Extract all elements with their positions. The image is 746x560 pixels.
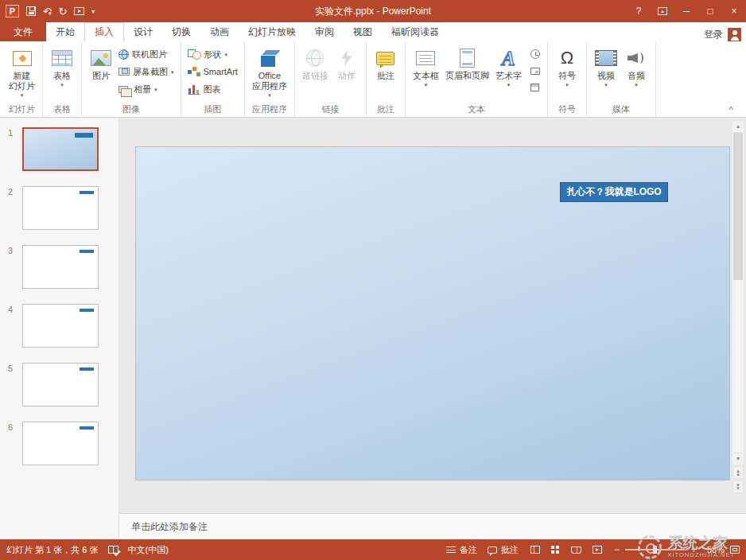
text-box-button[interactable]: 文本框 ▾ <box>410 43 442 103</box>
scroll-up-button[interactable]: ▴ <box>732 121 744 132</box>
scrollbar-thumb[interactable] <box>733 133 743 280</box>
picture-button[interactable]: 图片 <box>86 43 116 103</box>
thumbnail-slide-1[interactable] <box>22 127 99 171</box>
slide-editing-surface[interactable]: 扎心不？我就是LOGO <box>135 146 730 480</box>
hyperlink-label: 超链接 <box>302 71 328 81</box>
tab-view[interactable]: 视图 <box>344 22 382 41</box>
online-pictures-icon <box>119 49 129 60</box>
maximize-button[interactable]: □ <box>698 0 722 22</box>
comments-toggle-button[interactable]: 批注 <box>488 544 519 556</box>
help-button[interactable]: ? <box>627 0 651 22</box>
chart-button[interactable]: 图表 <box>185 82 240 96</box>
thumbnail-slide-4[interactable] <box>22 304 99 348</box>
slide-counter[interactable]: 幻灯片 第 1 张，共 6 张 <box>6 544 99 556</box>
audio-button[interactable]: 音频 ▾ <box>621 43 651 103</box>
sign-in[interactable]: 登录 <box>704 28 746 41</box>
thumbnail-slide-2[interactable] <box>22 186 99 230</box>
notes-toggle-button[interactable]: 备注 <box>446 544 477 556</box>
thumbnail-item[interactable]: 4 <box>0 304 119 348</box>
tab-file[interactable]: 文件 <box>0 22 46 41</box>
previous-slide-button[interactable]: ▴ ▴ <box>732 466 744 479</box>
tab-design[interactable]: 设计 <box>124 22 162 41</box>
zoom-out-button[interactable]: − <box>614 545 620 554</box>
zoom-slider[interactable] <box>625 549 686 550</box>
slide-logo-text-box[interactable]: 扎心不？我就是LOGO <box>560 182 667 202</box>
new-slide-button[interactable]: 新建 幻灯片 ▾ <box>6 43 38 103</box>
video-button[interactable]: 视频 ▾ <box>591 43 621 103</box>
group-label-media: 媒体 <box>591 103 651 117</box>
photo-album-button[interactable]: 相册 ▾ <box>116 82 177 96</box>
smartart-icon <box>188 67 200 76</box>
reading-view-button[interactable] <box>570 542 583 557</box>
triangle-down-icon: ▾ <box>736 456 740 462</box>
thumbnail-slide-5[interactable] <box>22 363 99 406</box>
normal-view-button[interactable] <box>529 542 542 557</box>
spell-check-button[interactable] <box>108 546 119 554</box>
start-slideshow-button[interactable] <box>74 7 84 15</box>
account-person-icon <box>728 28 741 41</box>
thumbnail-item[interactable]: 2 <box>0 186 119 230</box>
redo-button[interactable]: ↻ <box>58 6 67 17</box>
zoom-slider-thumb[interactable] <box>653 546 657 554</box>
ribbon-group-comments: 批注 批注 <box>367 41 406 117</box>
online-pictures-button[interactable]: 联机图片 <box>116 47 177 61</box>
table-button[interactable]: 表格 ▾ <box>47 43 77 103</box>
tab-slideshow[interactable]: 幻灯片放映 <box>239 22 305 41</box>
scroll-down-button[interactable]: ▾ <box>732 453 744 465</box>
minimize-button[interactable]: ─ <box>674 0 698 22</box>
vertical-scrollbar[interactable]: ▴ ▾ ▴ ▴ ▾ ▾ <box>732 121 744 493</box>
symbol-button[interactable]: Ω 符号 ▾ <box>552 43 582 103</box>
thumbnail-slide-6[interactable] <box>22 422 99 465</box>
zoom-in-button[interactable]: + <box>691 545 697 554</box>
ribbon-group-illustrations: 形状 ▾ SmartArt 图表 插图 <box>181 41 245 117</box>
action-button[interactable]: 动作 <box>332 43 362 103</box>
close-button[interactable]: × <box>722 0 746 22</box>
zoom-level[interactable]: 58% <box>702 545 725 554</box>
chart-label: 图表 <box>204 84 221 95</box>
tab-animations[interactable]: 动画 <box>200 22 239 41</box>
tab-review[interactable]: 审阅 <box>305 22 344 41</box>
hyperlink-button[interactable]: 超链接 <box>299 43 332 103</box>
thumbnail-item[interactable]: 6 <box>0 422 119 465</box>
scrollbar-track[interactable] <box>732 133 744 453</box>
next-slide-button[interactable]: ▾ ▾ <box>732 480 744 493</box>
thumbnail-slide-3[interactable] <box>22 245 99 289</box>
slide-sorter-view-button[interactable] <box>550 542 562 557</box>
fit-to-window-button[interactable] <box>730 546 740 554</box>
customize-qat-button[interactable]: ▾ <box>91 8 95 15</box>
slide-canvas-area[interactable]: 扎心不？我就是LOGO ▴ ▾ ▴ ▴ ▾ ▾ <box>119 118 746 513</box>
tab-transitions[interactable]: 切换 <box>162 22 200 41</box>
chevron-down-icon: ▾ <box>507 82 511 88</box>
wordart-button[interactable]: A 艺术字 ▾ <box>492 43 525 103</box>
workspace: 1 2 3 4 5 6 <box>0 118 746 539</box>
save-button[interactable] <box>26 6 36 16</box>
ribbon-display-options-button[interactable] <box>651 0 674 22</box>
quick-access-toolbar: P ↶▾ ↻ ▾ <box>0 4 95 18</box>
smartart-button[interactable]: SmartArt <box>185 64 240 79</box>
undo-button[interactable]: ↶▾ <box>43 4 51 18</box>
notes-pane[interactable]: 单击此处添加备注 <box>119 513 746 539</box>
slide-number-button[interactable] <box>527 64 543 77</box>
object-button[interactable] <box>527 81 543 94</box>
status-bar: 幻灯片 第 1 张，共 6 张 中文(中国) 备注 批注 − <box>0 539 746 560</box>
office-apps-button[interactable]: Office 应用程序 ▾ <box>249 43 290 103</box>
slideshow-view-button[interactable] <box>591 542 604 557</box>
tab-foxit-reader[interactable]: 福昕阅读器 <box>382 22 449 41</box>
header-footer-button[interactable]: 页眉和页脚 <box>442 43 492 103</box>
thumbnail-item[interactable]: 3 <box>0 245 119 289</box>
screenshot-button[interactable]: 屏幕截图 ▾ <box>116 64 177 79</box>
language-indicator[interactable]: 中文(中国) <box>128 544 169 556</box>
thumbnail-number: 1 <box>0 127 22 138</box>
new-slide-label: 新建 幻灯片 <box>9 71 35 91</box>
photo-album-label: 相册 <box>134 84 151 95</box>
thumbnail-item[interactable]: 1 <box>0 127 119 171</box>
collapse-ribbon-button[interactable]: ^ <box>724 105 738 115</box>
shapes-button[interactable]: 形状 ▾ <box>185 47 240 61</box>
group-label-images: 图像 <box>86 103 177 117</box>
thumbnail-item[interactable]: 5 <box>0 363 119 406</box>
tab-home[interactable]: 开始 <box>46 22 84 41</box>
comment-button[interactable]: 批注 <box>371 43 401 103</box>
ribbon-group-slides: 新建 幻灯片 ▾ 幻灯片 <box>2 41 43 117</box>
date-time-button[interactable] <box>527 48 543 60</box>
tab-insert[interactable]: 插入 <box>84 22 124 41</box>
